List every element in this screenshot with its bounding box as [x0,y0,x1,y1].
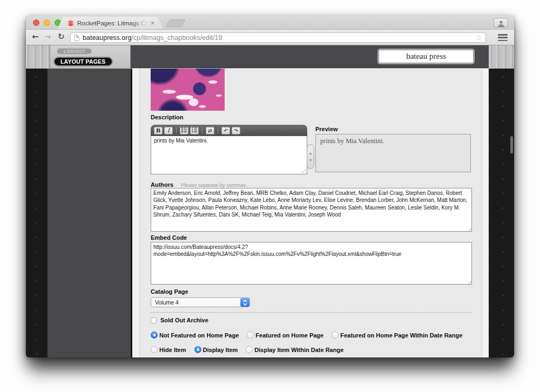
radio-featured-date-range[interactable]: Featured on Home Page Within Date Range [332,332,462,339]
sold-out-archive-checkbox[interactable] [151,317,157,323]
radio-label: Featured on Home Page [255,332,323,339]
toolbar-divider [218,127,218,134]
undo-button[interactable]: ↶ [221,127,230,134]
resize-handle-icon[interactable] [302,169,306,173]
select-chevrons-icon [240,298,249,307]
toolbar-divider [202,127,202,134]
refresh-button[interactable]: ↻ [58,32,65,42]
forward-button[interactable]: → [44,32,51,42]
authors-textarea[interactable]: Emily Anderson, Eric Arnold, Jeffrey Bea… [151,188,472,232]
scrollbar-thumb[interactable] [510,136,513,153]
radio-label: Featured on Home Page Within Date Range [340,332,462,339]
sold-out-archive-row: Sold Out Archive [151,317,208,323]
rte-toolbar: B I ⇄ ↶ ↷ [151,125,307,136]
embed-code-textarea[interactable]: http://issuu.com/Bateaupress/docs/4.2? m… [151,242,472,285]
logout-button[interactable]: LOGOUT [56,48,92,55]
ordered-list-button[interactable] [180,127,188,134]
radio-label: Display Item Within Date Range [254,347,343,353]
radio-featured[interactable]: Featured on Home Page [247,332,323,339]
sold-out-archive-label: Sold Out Archive [160,317,208,323]
radio-display-item-date-range[interactable]: Display Item Within Date Range [246,346,343,353]
radio-hide-item[interactable]: Hide Item [151,346,186,353]
spinner-down-icon[interactable]: ▼ [309,158,313,162]
page-viewport: LOGOUT LAYOUT PAGES bateau press Descrip… [26,45,514,357]
page-icon [74,35,79,41]
chrome-menu-icon[interactable] [498,34,508,41]
profile-button[interactable] [494,18,508,28]
description-textarea[interactable]: prints by Mia Valentini. [151,136,307,174]
minimize-window-button[interactable] [44,19,50,26]
form-panel: Description B I ⇄ ↶ ↷ prints by Mi [139,69,482,357]
radio-display-item[interactable]: Display Item [194,346,238,353]
back-button[interactable]: ← [32,32,39,42]
rocketpages-favicon-icon [67,19,75,26]
tab-close-icon[interactable]: × [151,20,154,26]
layout-pages-button[interactable]: LAYOUT PAGES [53,57,113,66]
radio-label: Hide Item [159,347,186,353]
link-swap-button[interactable]: ⇄ [206,127,214,134]
select-value: Volume 4 [151,299,240,306]
browser-tab[interactable]: RocketPages: Litmags Cha × [57,17,163,29]
url-text: bateaupress.org/cp/litmags_chapbooks/edi… [83,34,222,42]
catalog-page-label: Catalog Page [151,288,188,295]
close-window-button[interactable] [33,19,39,26]
toolbar-divider [176,127,177,134]
chapbook-cover-image [151,69,225,111]
embed-code-label: Embed Code [151,234,187,241]
radio-icon[interactable] [247,332,254,339]
admin-button-panel: LOGOUT LAYOUT PAGES [50,45,131,69]
tab-strip: RocketPages: Litmags Cha × [26,15,514,30]
editor-resize-spinner: ▲ ▼ [307,144,314,169]
url-domain: bateaupress.org [83,34,131,42]
radio-icon[interactable] [151,346,158,353]
spinner-up-icon[interactable]: ▲ [309,151,313,155]
browser-toolbar: ← → ↻ bateaupress.org/cp/litmags_chapboo… [26,30,514,45]
radio-icon[interactable] [151,332,158,339]
italic-button[interactable]: I [164,127,173,134]
featured-radio-group: Not Featured on Home Page Featured on Ho… [151,332,462,339]
preview-box: prints by Mia Valentini. [315,134,471,172]
brand-logo: bateau press [379,50,474,63]
url-path: /cp/litmags_chapbooks/edit/19 [131,34,222,42]
profile-icon [497,20,505,27]
new-tab-button[interactable] [165,19,185,27]
address-bar[interactable]: bateaupress.org/cp/litmags_chapbooks/edi… [70,32,486,43]
radio-icon[interactable] [246,346,253,353]
display-radio-group: Hide Item Display Item Display Item With… [151,346,343,353]
radio-icon[interactable] [194,346,201,353]
bookmark-star-icon[interactable]: ☆ [475,33,482,42]
bold-button[interactable]: B [154,127,163,134]
window-controls [33,19,61,26]
preview-label: Preview [315,126,338,132]
catalog-page-select[interactable]: Volume 4 [151,298,250,307]
dotted-divider [150,312,472,313]
description-label: Description [151,114,184,120]
authors-hint: Please separate by commas. [181,182,247,188]
radio-label: Not Featured on Home Page [159,332,239,339]
browser-window: RocketPages: Litmags Cha × ← → ↻ bateaup… [26,15,514,357]
authors-label: AuthorsPlease separate by commas. [151,181,247,188]
resize-handle-icon[interactable] [468,228,472,232]
content-sheet: Description B I ⇄ ↶ ↷ prints by Mi [132,69,489,357]
authors-label-text: Authors [151,181,173,188]
tab-title: RocketPages: Litmags Cha [77,20,150,26]
description-editor: B I ⇄ ↶ ↷ prints by Mia Valentini. [151,125,307,174]
resize-handle-icon[interactable] [468,281,472,285]
left-sidebar [48,69,131,357]
radio-not-featured[interactable]: Not Featured on Home Page [151,332,239,339]
radio-label: Display Item [203,347,238,353]
unordered-list-button[interactable] [190,127,199,134]
radio-icon[interactable] [332,332,339,339]
redo-button[interactable]: ↷ [232,127,240,134]
